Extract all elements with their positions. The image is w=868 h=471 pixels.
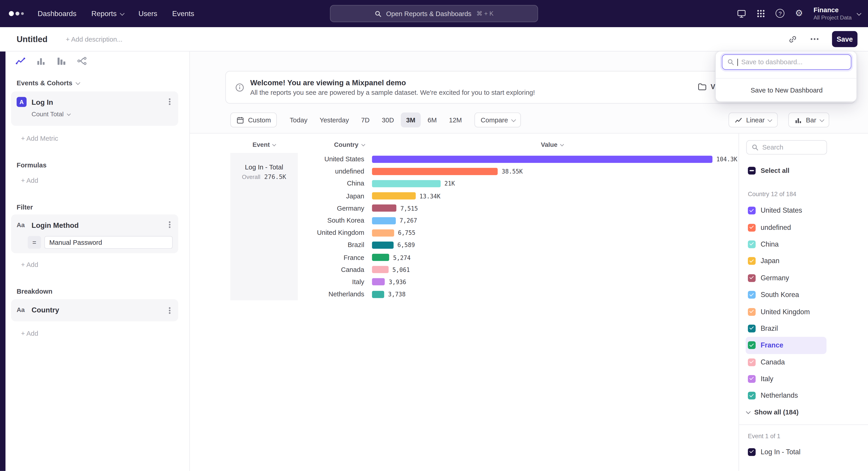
country-checkbox[interactable] [748,257,756,265]
country-checkbox[interactable] [748,240,756,248]
breakdown-kebab-icon[interactable] [169,310,170,311]
country-checkbox[interactable] [748,392,756,400]
add-metric-button[interactable]: + Add Metric [21,135,58,142]
bar-segment[interactable] [372,229,394,236]
bar-segment[interactable] [372,192,416,200]
country-filter-item[interactable]: Netherlands [746,387,827,404]
country-checkbox[interactable] [748,308,756,315]
bar-segment[interactable] [372,278,385,286]
add-description-button[interactable]: + Add description... [66,35,123,43]
range-30d[interactable]: 30D [376,112,399,127]
custom-date-button[interactable]: Custom [230,112,277,127]
range-12m[interactable]: 12M [443,112,467,127]
filter-value-input[interactable]: Manual Password [44,236,173,248]
country-checkbox[interactable] [748,375,756,383]
left-edge-strip [0,52,5,471]
mixpanel-logo-icon[interactable] [9,11,24,16]
country-filter-item[interactable]: Brazil [746,320,827,337]
scale-selector[interactable]: Linear [728,112,778,127]
country-filter-item[interactable]: France [746,337,827,354]
overall-label: Overall [242,174,260,180]
country-checkbox[interactable] [748,358,756,366]
segment-search-input[interactable]: Search [746,140,827,155]
bar-segment[interactable] [372,217,396,224]
save-button[interactable]: Save [832,31,858,47]
country-checkbox[interactable] [748,274,756,282]
range-7d[interactable]: 7D [355,112,375,127]
select-all-checkbox[interactable] [748,167,756,174]
bar-value-label: 7,515 [400,205,418,211]
nav-users[interactable]: Users [138,9,157,18]
add-filter-button[interactable]: + Add [21,261,38,268]
range-today[interactable]: Today [284,112,313,127]
bar-segment[interactable] [372,180,440,187]
country-filter-label: Italy [761,375,773,383]
country-filter-item[interactable]: United Kingdom [746,303,827,320]
view-sample-dashboards-button[interactable]: V [698,83,715,91]
metric-event-name[interactable]: Log In [32,98,53,106]
flows-chart-icon[interactable] [77,56,87,66]
compare-button[interactable]: Compare [475,112,521,127]
more-options-icon[interactable] [810,38,819,40]
breakdown-property-name[interactable]: Country [32,306,59,314]
bar-segment[interactable] [372,168,498,175]
country-checkbox[interactable] [748,207,756,214]
banner-title: Welcome! You are viewing a Mixpanel demo [250,79,535,87]
filter-property-name[interactable]: Login Method [32,221,79,229]
country-filter-item[interactable]: Italy [746,371,827,387]
country-filter-item[interactable]: Canada [746,354,827,371]
country-filter-item[interactable]: Japan [746,253,827,269]
column-header-event[interactable]: Event [230,141,298,148]
country-filter-item[interactable]: undefined [746,219,827,236]
project-switcher[interactable]: Finance All Project Data [813,6,860,21]
event-series-checkbox[interactable] [748,448,756,456]
bar-segment[interactable] [372,155,712,163]
show-all-button[interactable]: Show all (184) [747,408,799,416]
chevron-down-icon [120,11,124,15]
select-all-row[interactable]: Select all [748,167,789,174]
range-3m[interactable]: 3M [401,112,421,127]
save-to-new-dashboard-button[interactable]: Save to New Dashboard [716,78,857,102]
bar-segment[interactable] [372,242,394,249]
nav-events[interactable]: Events [172,9,194,18]
event-series-toggle[interactable]: Log In - Total [746,444,827,460]
bar-segment[interactable] [372,291,384,298]
global-search-button[interactable]: Open Reports & Dashboards ⌘ + K [330,5,538,22]
share-link-icon[interactable] [788,35,797,43]
chart-type-selector[interactable]: Bar [788,112,829,127]
help-icon[interactable]: ? [776,9,784,18]
events-cohorts-section-header[interactable]: Events & Cohorts [17,79,79,87]
column-header-value[interactable]: Value [541,141,563,148]
filter-operator-selector[interactable]: = [28,236,41,248]
metric-aggregation-selector[interactable]: Count Total [32,111,70,117]
filter-kebab-icon[interactable] [169,224,170,225]
country-filter-item[interactable]: Germany [746,270,827,286]
country-filter-item[interactable]: South Korea [746,286,827,303]
metric-kebab-icon[interactable] [169,101,170,102]
country-checkbox[interactable] [748,325,756,332]
bar-chart-icon[interactable] [36,56,46,66]
funnel-chart-icon[interactable] [57,56,66,66]
country-checkbox[interactable] [748,224,756,231]
country-checkbox[interactable] [748,291,756,299]
nav-reports[interactable]: Reports [91,9,123,18]
range-6m[interactable]: 6M [422,112,442,127]
add-breakdown-button[interactable]: + Add [21,330,38,337]
add-formula-button[interactable]: + Add [21,177,38,184]
bar-segment[interactable] [372,266,389,273]
monitor-icon[interactable] [737,9,746,18]
bar-segment[interactable] [372,205,397,212]
insights-line-chart-icon[interactable] [16,56,26,66]
settings-gear-icon[interactable]: ⚙ [795,9,803,18]
report-title[interactable]: Untitled [17,34,48,44]
save-dashboard-search-input[interactable]: Save to dashboard... [722,54,851,70]
country-filter-item[interactable]: United States [746,202,827,219]
bar-value-label: 5,061 [393,266,410,273]
bar-segment[interactable] [372,254,389,261]
country-filter-item[interactable]: China [746,236,827,253]
nav-dashboards[interactable]: Dashboards [38,9,76,18]
range-yesterday[interactable]: Yesterday [314,112,354,127]
apps-grid-icon[interactable] [757,9,765,18]
column-header-country[interactable]: Country [298,141,364,148]
country-checkbox[interactable] [748,342,756,349]
